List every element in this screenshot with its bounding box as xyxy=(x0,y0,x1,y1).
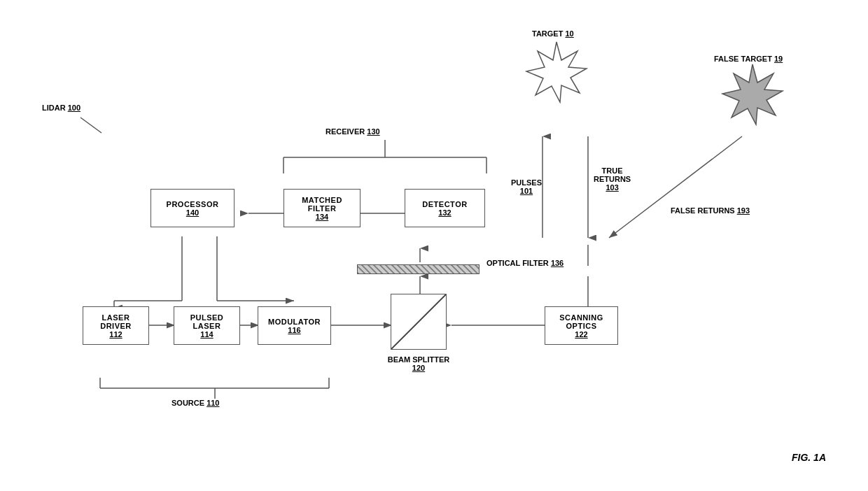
detector-label: DETECTOR xyxy=(422,200,467,208)
optical-filter-label: OPTICAL FILTER 136 xyxy=(486,259,564,267)
matched-filter-block: MATCHEDFILTER 134 xyxy=(284,189,360,227)
pulses-label: PULSES 101 xyxy=(511,178,542,195)
svg-line-4 xyxy=(80,118,102,133)
beam-splitter-box xyxy=(391,294,447,350)
receiver-label: RECEIVER 130 xyxy=(326,127,380,136)
pulsed-laser-label: PULSEDLASER xyxy=(190,313,224,330)
matched-filter-num: 134 xyxy=(316,213,328,221)
svg-marker-25 xyxy=(526,42,587,102)
diagram: LIDAR 100 LASERDRIVER 112 PULSEDLASER 11… xyxy=(0,0,868,491)
lidar-label: LIDAR 100 xyxy=(42,104,80,112)
false-target-label: FALSE TARGET 19 xyxy=(714,55,783,63)
modulator-label: MODULATOR xyxy=(268,318,321,326)
figure-label: FIG. 1A xyxy=(792,452,826,463)
lidar-num: 100 xyxy=(68,104,80,112)
matched-filter-label: MATCHEDFILTER xyxy=(302,196,342,213)
pulsed-laser-num: 114 xyxy=(200,330,213,339)
svg-marker-26 xyxy=(722,64,783,124)
laser-driver-label: LASERDRIVER xyxy=(100,313,132,330)
beam-splitter-label: BEAM SPLITTER 120 xyxy=(380,355,457,372)
processor-block: PROCESSOR 140 xyxy=(150,189,234,227)
true-returns-label: TRUERETURNS 103 xyxy=(594,166,631,192)
scanning-optics-block: SCANNINGOPTICS 122 xyxy=(545,306,618,345)
source-label: SOURCE 110 xyxy=(172,399,219,407)
detector-num: 132 xyxy=(438,208,451,217)
detector-block: DETECTOR 132 xyxy=(405,189,485,227)
scanning-optics-num: 122 xyxy=(575,330,587,339)
laser-driver-num: 112 xyxy=(109,330,122,339)
false-returns-label: FALSE RETURNS 193 xyxy=(671,206,750,215)
lidar-text: LIDAR xyxy=(42,104,66,112)
modulator-block: MODULATOR 116 xyxy=(258,306,331,345)
target-starburst xyxy=(525,41,588,105)
laser-driver-block: LASERDRIVER 112 xyxy=(83,306,149,345)
pulsed-laser-block: PULSEDLASER 114 xyxy=(174,306,240,345)
false-target-starburst xyxy=(721,63,784,127)
scanning-optics-label: SCANNINGOPTICS xyxy=(559,313,603,330)
optical-filter xyxy=(357,264,479,274)
modulator-num: 116 xyxy=(288,326,300,334)
target-label: TARGET 10 xyxy=(532,29,574,38)
processor-label: PROCESSOR xyxy=(167,200,219,208)
processor-num: 140 xyxy=(186,208,199,217)
